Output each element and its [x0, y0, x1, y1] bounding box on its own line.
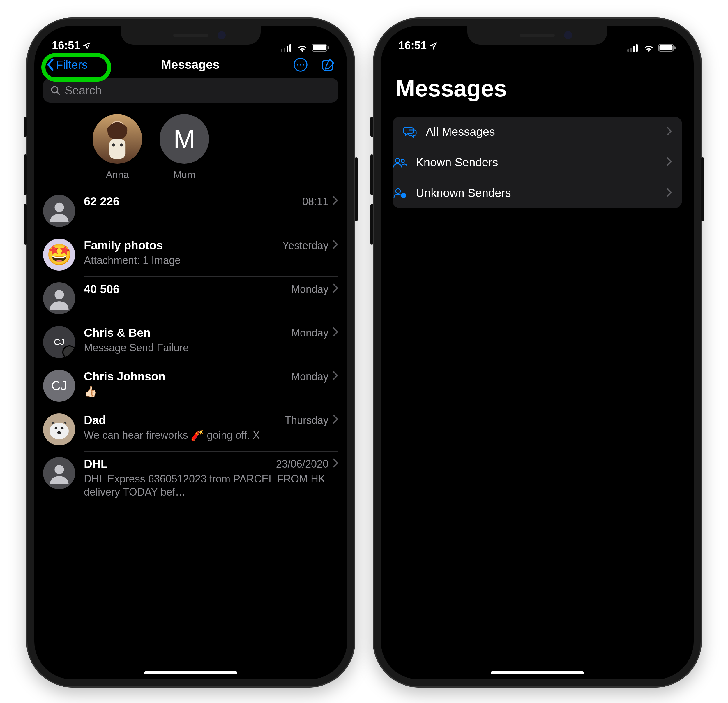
svg-point-18: [55, 290, 64, 299]
filter-all-messages[interactable]: All Messages: [393, 117, 682, 147]
timestamp: Monday: [291, 370, 328, 383]
unknown-person-icon: ?: [393, 187, 407, 199]
chevron-right-icon: [666, 187, 672, 200]
avatar: [92, 114, 142, 164]
pinned-contact[interactable]: Anna: [92, 114, 142, 180]
avatar: [43, 457, 75, 489]
avatar: CJ: [43, 326, 75, 358]
svg-point-10: [303, 64, 304, 65]
svg-rect-26: [633, 46, 635, 52]
chevron-right-icon: [332, 240, 338, 252]
filter-known-senders[interactable]: Known Senders: [393, 147, 682, 178]
avatar: [43, 414, 75, 446]
location-icon: [83, 42, 91, 49]
svg-point-8: [297, 64, 298, 65]
device-left: 16:51 Filters Messages: [26, 17, 355, 687]
search-icon: [50, 85, 61, 95]
svg-point-32: [401, 159, 404, 162]
status-time: 16:51: [52, 39, 80, 52]
svg-rect-30: [674, 46, 676, 49]
svg-point-17: [55, 203, 64, 212]
conversation-list[interactable]: 62 226 08:11 🤩 Family photos Yesterday: [35, 189, 347, 504]
filter-label: All Messages: [426, 125, 657, 138]
svg-rect-24: [627, 49, 629, 52]
device-right: 16:51 Messages All Messages: [373, 17, 702, 687]
conversation-row[interactable]: CJ Chris & Ben Monday Message Send Failu…: [43, 320, 347, 364]
contact-name: 40 506: [84, 283, 287, 296]
chevron-right-icon: [332, 195, 338, 208]
more-button[interactable]: [293, 57, 308, 72]
location-icon: [429, 42, 437, 49]
avatar: [43, 195, 75, 227]
message-preview: DHL Express 6360512023 from PARCEL FROM …: [84, 472, 338, 499]
svg-rect-0: [281, 49, 282, 52]
avatar: 🤩: [43, 239, 75, 270]
cellular-icon: [281, 44, 293, 52]
battery-icon: [312, 44, 329, 52]
chevron-right-icon: [666, 125, 672, 138]
battery-icon: [658, 44, 676, 52]
svg-point-20: [55, 427, 57, 430]
page-title: Messages: [381, 55, 693, 114]
message-preview: Message Send Failure: [84, 341, 338, 354]
chevron-right-icon: [666, 156, 672, 169]
wifi-icon: [643, 44, 654, 52]
svg-point-21: [61, 427, 64, 430]
search-input[interactable]: Search: [43, 78, 338, 103]
search-placeholder: Search: [65, 84, 102, 97]
conversation-row[interactable]: CJ Chris Johnson Monday 👍🏻: [43, 364, 347, 408]
svg-rect-29: [660, 45, 673, 51]
chevron-right-icon: [332, 458, 338, 470]
message-preview: We can hear fireworks 🧨 going off. X: [84, 428, 338, 442]
contact-name: Chris & Ben: [84, 326, 287, 339]
chevron-right-icon: [332, 283, 338, 295]
svg-rect-1: [284, 48, 285, 52]
messages-icon: [402, 126, 417, 138]
pinned-section: Anna M Mum: [35, 103, 347, 189]
conversation-row[interactable]: 40 506 Monday: [43, 276, 347, 320]
svg-rect-5: [313, 45, 326, 51]
svg-point-16: [120, 143, 123, 146]
svg-rect-2: [286, 46, 288, 52]
svg-point-23: [55, 465, 64, 474]
timestamp: Yesterday: [282, 240, 328, 252]
timestamp: Monday: [291, 327, 328, 339]
filter-label: Unknown Senders: [416, 187, 657, 200]
conversation-row[interactable]: 62 226 08:11: [43, 189, 347, 233]
avatar: M: [160, 114, 209, 164]
svg-rect-25: [630, 48, 632, 52]
wifi-icon: [296, 44, 308, 52]
contact-name: DHL: [84, 457, 272, 470]
filter-list: All Messages Known Senders ? Unknown Sen…: [393, 117, 682, 208]
svg-rect-3: [289, 44, 291, 52]
cellular-icon: [627, 44, 640, 52]
svg-point-9: [300, 64, 301, 65]
filter-unknown-senders[interactable]: ? Unknown Senders: [393, 178, 682, 208]
svg-point-19: [49, 423, 69, 439]
filter-label: Known Senders: [416, 156, 657, 169]
svg-point-15: [112, 143, 115, 146]
avatar: CJ: [43, 370, 75, 402]
chevron-back-icon: [46, 59, 55, 71]
home-indicator[interactable]: [144, 671, 237, 674]
pinned-contact[interactable]: M Mum: [160, 114, 209, 180]
screen-filters: 16:51 Messages All Messages: [381, 26, 693, 679]
home-indicator[interactable]: [491, 671, 584, 674]
ellipsis-circle-icon: [293, 57, 308, 72]
message-preview: 👍🏻: [84, 385, 338, 398]
chevron-right-icon: [332, 414, 338, 427]
timestamp: Thursday: [285, 414, 328, 427]
pinned-name: Mum: [173, 169, 195, 180]
people-icon: [393, 157, 407, 168]
conversation-row[interactable]: Dad Thursday We can hear fireworks 🧨 goi…: [43, 408, 347, 451]
svg-rect-27: [636, 44, 638, 52]
status-time: 16:51: [399, 39, 427, 52]
back-button[interactable]: Filters: [46, 58, 88, 71]
compose-button[interactable]: [321, 57, 335, 72]
timestamp: 08:11: [302, 195, 328, 208]
conversation-row[interactable]: DHL 23/06/2020 DHL Express 6360512023 fr…: [43, 451, 347, 504]
page-title: Messages: [161, 58, 220, 72]
back-label: Filters: [56, 58, 88, 71]
conversation-row[interactable]: 🤩 Family photos Yesterday Attachment: 1 …: [43, 233, 347, 276]
screen-messages-list: 16:51 Filters Messages: [35, 26, 347, 679]
